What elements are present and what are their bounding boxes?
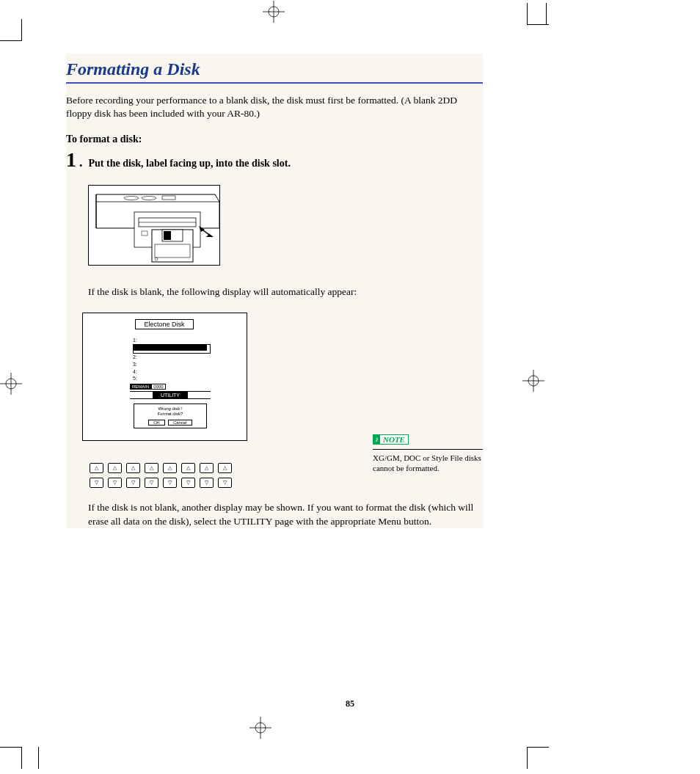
note-text: XG/GM, DOC or Style File disks cannot be… bbox=[373, 453, 483, 474]
note-badge-label: NOTE bbox=[380, 435, 408, 444]
lcd-utility-label: UTILITY bbox=[153, 392, 188, 398]
down-button-icon: ▽ bbox=[108, 478, 122, 488]
svg-rect-23 bbox=[164, 231, 171, 240]
up-button-icon: △ bbox=[126, 463, 140, 473]
lcd-ok-button: OK bbox=[148, 420, 165, 426]
down-button-icon: ▽ bbox=[163, 478, 177, 488]
up-button-icon: △ bbox=[163, 463, 177, 473]
up-button-icon: △ bbox=[181, 463, 195, 473]
lcd-list-item: 1: bbox=[133, 337, 211, 344]
step-instruction: Put the disk, label facing up, into the … bbox=[89, 158, 291, 169]
registration-mark-icon bbox=[522, 370, 544, 392]
lcd-list-item: 4: bbox=[133, 368, 211, 376]
registration-mark-icon bbox=[263, 1, 285, 23]
disk-drive-illustration bbox=[88, 185, 220, 266]
up-button-icon: △ bbox=[108, 463, 122, 473]
up-button-icon: △ bbox=[90, 463, 103, 473]
lcd-list-item: 5: bbox=[133, 375, 211, 382]
note-icon: ♪ bbox=[373, 435, 380, 443]
lcd-remain-value: 0000 bbox=[151, 384, 165, 390]
caption-text: If the disk is blank, the following disp… bbox=[88, 286, 483, 298]
svg-rect-24 bbox=[155, 244, 190, 258]
down-button-icon: ▽ bbox=[200, 478, 214, 488]
up-button-icon: △ bbox=[200, 463, 214, 473]
down-button-icon: ▽ bbox=[181, 478, 195, 488]
lcd-list-item: 3: bbox=[133, 361, 211, 368]
lcd-dialog-message: Wrong disk ! bbox=[136, 406, 204, 412]
lcd-display-illustration: Electone Disk 1: 2: 3: 4: 5: REMAIN0000 … bbox=[82, 313, 247, 441]
intro-paragraph: Before recording your performance to a b… bbox=[66, 94, 483, 120]
page-number: 85 bbox=[0, 698, 700, 709]
body-paragraph: If the disk is not blank, another displa… bbox=[88, 501, 483, 527]
lcd-title: Electone Disk bbox=[135, 319, 194, 329]
up-button-icon: △ bbox=[145, 463, 158, 473]
registration-mark-icon bbox=[249, 717, 271, 739]
lcd-dialog-message: Format disk? bbox=[136, 412, 204, 417]
down-button-icon: ▽ bbox=[90, 478, 103, 488]
lcd-remain-label: REMAIN bbox=[130, 384, 151, 390]
lcd-cancel-button: Cancel bbox=[168, 420, 192, 426]
registration-mark-icon bbox=[0, 373, 22, 395]
section-title: Formatting a Disk bbox=[66, 54, 483, 84]
down-button-icon: ▽ bbox=[218, 478, 232, 488]
procedure-subhead: To format a disk: bbox=[66, 134, 483, 145]
down-button-icon: ▽ bbox=[126, 478, 140, 488]
down-button-icon: ▽ bbox=[145, 478, 158, 488]
up-button-icon: △ bbox=[218, 463, 232, 473]
lcd-list-item: 2: bbox=[133, 354, 211, 361]
note-callout: ♪ NOTE XG/GM, DOC or Style File disks ca… bbox=[373, 431, 483, 473]
step-number: 1 bbox=[66, 150, 76, 170]
